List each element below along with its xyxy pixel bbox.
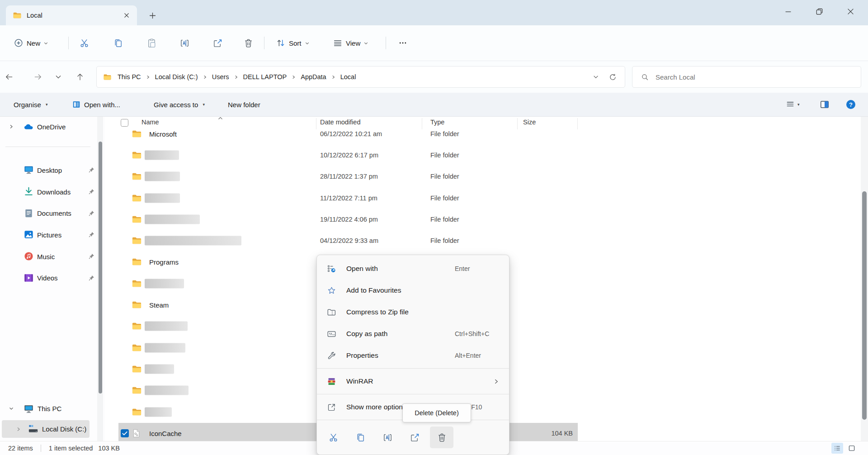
- file-row[interactable]: 19/11/2022 4:06 pmFile folder: [0, 209, 868, 230]
- breadcrumb-item[interactable]: This PC: [113, 73, 145, 81]
- file-list-scrollbar-thumb[interactable]: [862, 191, 867, 420]
- breadcrumb-item[interactable]: Users: [208, 73, 233, 81]
- search-input[interactable]: [656, 73, 827, 81]
- quick-action-rename-button[interactable]: [376, 427, 399, 448]
- folder-icon: [132, 321, 142, 332]
- file-date-modified: 19/11/2022 4:06 pm: [320, 216, 378, 223]
- column-separator[interactable]: [422, 118, 422, 129]
- file-size: 104 KB: [510, 430, 573, 437]
- file-list-scrollbar[interactable]: [861, 117, 868, 441]
- column-header-name[interactable]: Name: [142, 118, 159, 126]
- restore-button[interactable]: [804, 0, 835, 23]
- file-row[interactable]: 11/12/2022 7:11 pmFile folder: [0, 187, 868, 209]
- breadcrumb-item[interactable]: DELL LAPTOP: [239, 73, 291, 81]
- folder-icon: [132, 364, 142, 374]
- up-button[interactable]: [72, 69, 88, 85]
- title-bar: Local: [0, 0, 868, 25]
- preview-pane-button[interactable]: [820, 97, 829, 112]
- help-button[interactable]: ?: [845, 97, 856, 112]
- give-access-label: Give access to: [154, 101, 198, 109]
- redacted-file-name: [145, 343, 185, 352]
- menu-item-copy-as-path[interactable]: Copy as pathCtrl+Shift+C: [317, 323, 509, 345]
- file-row[interactable]: 10/12/2022 6:17 pmFile folder: [0, 144, 868, 166]
- new-folder-button[interactable]: New folder: [228, 93, 260, 116]
- menu-item-properties[interactable]: PropertiesAlt+Enter: [317, 345, 509, 366]
- menu-item-compress-to-zip-file[interactable]: Compress to Zip file: [317, 301, 509, 323]
- organise-button[interactable]: Organise▾: [14, 93, 47, 116]
- quick-action-delete-button[interactable]: [430, 427, 453, 448]
- copy-icon: [113, 38, 123, 48]
- address-dropdown-icon[interactable]: [593, 74, 599, 80]
- folder-icon: [132, 257, 142, 267]
- column-separator[interactable]: [517, 118, 518, 129]
- give-access-button[interactable]: Give access to▾: [154, 93, 205, 116]
- breadcrumb-item[interactable]: Local Disk (C:): [151, 73, 202, 81]
- file-row[interactable]: 04/12/2022 9:33 amFile folder: [0, 230, 868, 251]
- column-separator[interactable]: [316, 118, 316, 129]
- tab-close-icon[interactable]: [121, 9, 132, 21]
- new-label: New: [27, 39, 40, 47]
- select-all-checkbox[interactable]: [121, 119, 128, 127]
- file-type: File folder: [430, 130, 459, 137]
- paste-button[interactable]: [142, 33, 161, 53]
- plus-circle-icon: [14, 38, 24, 48]
- rename-icon: [179, 38, 190, 48]
- breadcrumb-chevron-icon[interactable]: [330, 75, 336, 80]
- sort-button[interactable]: Sort: [276, 25, 310, 61]
- back-button[interactable]: [1, 69, 17, 85]
- cut-button[interactable]: [74, 33, 94, 53]
- breadcrumb-chevron-icon[interactable]: [291, 75, 297, 80]
- redacted-file-name: [145, 407, 172, 417]
- breadcrumb-chevron-icon[interactable]: [145, 75, 151, 80]
- refresh-icon[interactable]: [609, 73, 617, 81]
- recent-locations-button[interactable]: [50, 69, 66, 85]
- folder-icon: [132, 278, 142, 289]
- file-row[interactable]: 28/11/2022 1:37 pmFile folder: [0, 166, 868, 187]
- copy-icon: [355, 432, 366, 443]
- details-view-toggle[interactable]: [831, 443, 843, 454]
- column-separator[interactable]: [577, 118, 578, 129]
- copy-button[interactable]: [108, 33, 128, 53]
- rename-icon: [382, 432, 393, 443]
- rename-button[interactable]: [175, 33, 194, 53]
- view-button[interactable]: View: [333, 25, 368, 61]
- redacted-file-name: [145, 236, 241, 246]
- breadcrumb-chevron-icon[interactable]: [202, 75, 208, 80]
- delete-button[interactable]: [238, 33, 258, 53]
- minimize-button[interactable]: [773, 0, 804, 23]
- toolbar-separator: [264, 37, 264, 49]
- address-bar[interactable]: This PCLocal Disk (C:)UsersDELL LAPTOPAp…: [96, 66, 625, 88]
- quick-action-copy-button[interactable]: [349, 427, 372, 448]
- redacted-file-name: [145, 279, 184, 288]
- explorer-tab[interactable]: Local: [6, 5, 137, 25]
- column-header-type[interactable]: Type: [430, 118, 444, 126]
- quick-action-cut-button[interactable]: [321, 427, 345, 448]
- window-controls: [773, 0, 866, 23]
- open-with-button[interactable]: Open with...: [72, 93, 120, 116]
- breadcrumb-chevron-icon[interactable]: [233, 75, 239, 80]
- menu-divider: [317, 394, 509, 394]
- layout-options-button[interactable]: ▾: [786, 97, 800, 112]
- search-box[interactable]: [632, 66, 861, 88]
- file-name: IconCache: [149, 429, 182, 437]
- quick-action-share-button[interactable]: [403, 427, 426, 448]
- more-options-button[interactable]: [393, 33, 413, 53]
- menu-item-open-with[interactable]: Open withEnter: [317, 258, 509, 280]
- new-button[interactable]: New: [14, 25, 48, 61]
- share-button[interactable]: [208, 33, 227, 53]
- row-checkbox[interactable]: [121, 429, 129, 437]
- new-tab-button[interactable]: [146, 9, 159, 22]
- forward-button[interactable]: [30, 69, 46, 85]
- column-header-date[interactable]: Date modified: [320, 118, 360, 126]
- menu-item-add-to-favourites[interactable]: Add to Favourites: [317, 280, 509, 301]
- cut-icon: [79, 38, 90, 48]
- trash-icon: [243, 38, 254, 48]
- close-button[interactable]: [835, 0, 866, 23]
- properties-wrench-icon: [327, 351, 336, 360]
- menu-item-winrar[interactable]: WinRAR: [317, 370, 509, 392]
- large-icons-view-toggle[interactable]: [846, 443, 858, 454]
- breadcrumb-item[interactable]: Local: [336, 73, 360, 81]
- chevron-down-icon: [363, 41, 368, 46]
- column-header-size[interactable]: Size: [523, 118, 536, 126]
- breadcrumb-item[interactable]: AppData: [297, 73, 330, 81]
